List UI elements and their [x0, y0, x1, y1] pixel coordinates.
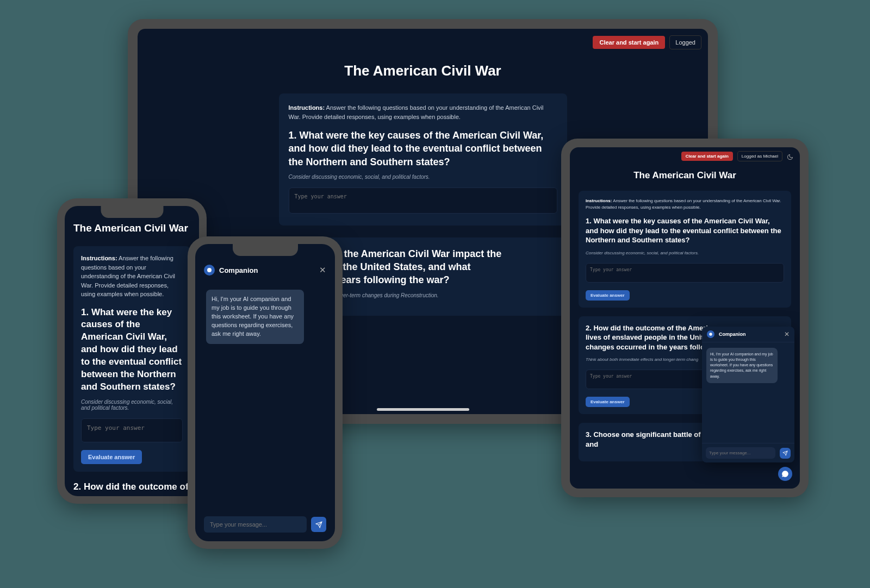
companion-message: Hi, I'm your AI companion and my job is … — [206, 290, 304, 344]
companion-input[interactable] — [204, 516, 307, 533]
companion-title: Companion — [219, 266, 315, 274]
answer-input-1[interactable] — [289, 187, 557, 214]
instructions-text: Instructions: Answer the following quest… — [289, 103, 557, 121]
companion-input-row — [200, 512, 331, 537]
close-icon[interactable]: ✕ — [319, 265, 326, 275]
companion-body: Hi, I'm your AI companion and my job is … — [702, 342, 794, 443]
send-button[interactable] — [780, 448, 791, 459]
phone-device-frame: The American Civil War Instructions: Ans… — [57, 198, 207, 504]
clear-button[interactable]: Clear and start again — [593, 36, 665, 49]
phone-notch — [101, 206, 163, 218]
page-title: The American Civil War — [579, 170, 791, 181]
instructions-label: Instructions: — [289, 104, 325, 111]
question-2-title: 2. How did the outcome of — [73, 481, 190, 492]
companion-header: Companion ✕ — [200, 259, 331, 281]
instructions-label: Instructions: — [81, 255, 117, 261]
question-1-hint: Consider discussing economic, social, an… — [586, 251, 784, 255]
question-card-1: Instructions: Answer the following quest… — [279, 93, 567, 226]
phone-companion-device-frame: Companion ✕ Hi, I'm your AI companion an… — [188, 236, 343, 549]
question-1-title: 1. What were the key causes of the Ameri… — [81, 306, 183, 394]
companion-panel: Companion ✕ Hi, I'm your AI companion an… — [702, 327, 794, 462]
question-card-1: Instructions: Answer the following quest… — [73, 246, 190, 472]
phone-companion-screen: Companion ✕ Hi, I'm your AI companion an… — [195, 244, 335, 541]
page-title: The American Civil War — [153, 62, 693, 79]
companion-fab[interactable] — [778, 467, 792, 481]
answer-input-1[interactable] — [81, 418, 183, 442]
companion-message: Hi, I'm your AI companion and my job is … — [706, 348, 778, 383]
instructions-text: Instructions: Answer the following quest… — [586, 198, 784, 211]
companion-body: Hi, I'm your AI companion and my job is … — [200, 281, 331, 512]
companion-input-row — [702, 443, 794, 462]
companion-header: Companion ✕ — [702, 327, 794, 342]
send-icon — [315, 521, 322, 528]
chat-icon — [781, 470, 789, 478]
question-1-hint: Consider discussing economic, social, an… — [81, 399, 183, 411]
companion-avatar-icon — [204, 265, 215, 276]
tablet-screen: Clear and start again Logged as Michael … — [570, 147, 800, 489]
instructions-text: Instructions: Answer the following quest… — [81, 254, 183, 299]
companion-avatar-icon — [707, 330, 714, 338]
question-card-1: Instructions: Answer the following quest… — [579, 191, 791, 308]
close-icon[interactable]: ✕ — [784, 330, 790, 338]
tablet-device-frame: Clear and start again Logged as Michael … — [561, 139, 809, 497]
page-title: The American Civil War — [73, 222, 190, 234]
phone-notch — [233, 244, 298, 256]
evaluate-button[interactable]: Evaluate answer — [81, 450, 142, 464]
svg-point-2 — [709, 333, 712, 335]
answer-input-1[interactable] — [586, 263, 784, 283]
question-1-title: 1. What were the key causes of the Ameri… — [586, 216, 784, 245]
send-icon — [782, 451, 788, 456]
companion-input[interactable] — [706, 447, 775, 459]
companion-panel: Companion ✕ Hi, I'm your AI companion an… — [200, 259, 331, 537]
logged-status: Logged — [669, 35, 701, 49]
svg-point-1 — [207, 268, 212, 272]
companion-title: Companion — [719, 331, 780, 337]
bot-icon — [206, 267, 213, 273]
question-1-title: 1. What were the key causes of the Ameri… — [289, 129, 557, 168]
bot-icon — [709, 332, 713, 336]
instructions-label: Instructions: — [586, 198, 612, 203]
send-button[interactable] — [311, 517, 326, 532]
phone-screen: The American Civil War Instructions: Ans… — [65, 206, 199, 496]
evaluate-button[interactable]: Evaluate answer — [586, 290, 630, 301]
question-1-hint: Consider discussing economic, social, an… — [289, 174, 557, 180]
home-indicator — [377, 408, 469, 411]
evaluate-button[interactable]: Evaluate answer — [586, 397, 630, 407]
